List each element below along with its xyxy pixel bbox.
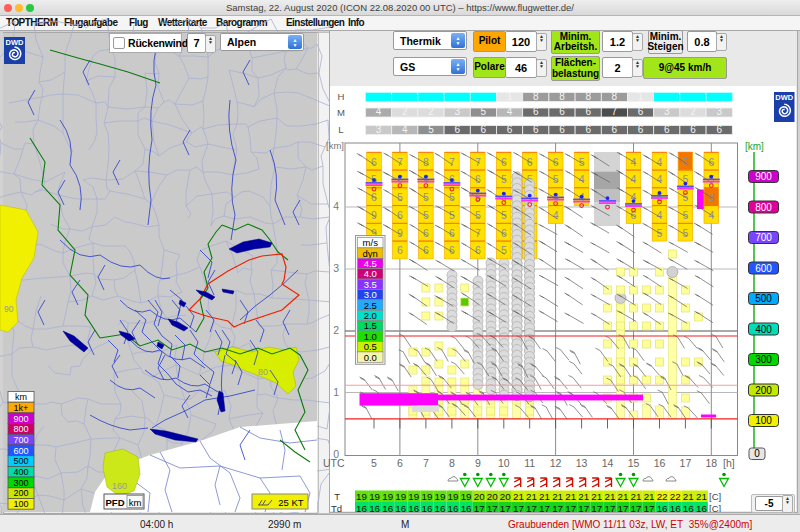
svg-text:21: 21 [552,491,563,502]
svg-text:7: 7 [612,106,618,117]
svg-text:20: 20 [474,491,485,502]
svg-text:6: 6 [423,227,429,239]
svg-text:17: 17 [526,503,537,513]
svg-text:km: km [15,392,27,402]
svg-text:0.0: 0.0 [364,352,377,363]
svg-text:6: 6 [716,124,722,135]
svg-text:16: 16 [461,503,472,513]
svg-text:8: 8 [612,91,618,102]
svg-text:6: 6 [638,106,644,117]
svg-text:500: 500 [755,293,772,304]
svg-text:21: 21 [683,491,694,502]
svg-text:17: 17 [578,503,589,513]
svg-text:6: 6 [423,244,429,256]
svg-text:2: 2 [402,106,408,117]
svg-text:dyn: dyn [363,248,378,259]
svg-text:DWD: DWD [775,93,793,102]
svg-text:PFD: PFD [106,497,125,508]
svg-text:5: 5 [481,106,487,117]
svg-text:[km]: [km] [326,140,344,151]
svg-text:3: 3 [716,106,722,117]
svg-text:6: 6 [585,106,591,117]
svg-text:5: 5 [371,457,377,469]
svg-text:8: 8 [449,457,455,469]
svg-text:21: 21 [696,491,707,502]
svg-text:14: 14 [602,457,614,469]
svg-text:[C]: [C] [709,503,721,513]
svg-text:600: 600 [13,446,28,456]
svg-text:6: 6 [475,173,481,185]
svg-text:1.5: 1.5 [364,320,377,331]
svg-text:5: 5 [501,244,507,256]
svg-text:1: 1 [507,91,513,102]
svg-text:5: 5 [428,124,434,135]
svg-text:6: 6 [449,227,455,239]
svg-text:20: 20 [500,491,511,502]
svg-text:2.0: 2.0 [364,310,377,321]
svg-text:6: 6 [690,124,696,135]
svg-text:16: 16 [696,503,707,513]
svg-text:Td: Td [331,503,342,513]
svg-text:100: 100 [755,415,772,426]
svg-text:8: 8 [559,91,565,102]
svg-text:5: 5 [657,227,663,239]
svg-text:T: T [334,491,340,502]
svg-text:13: 13 [576,457,588,469]
svg-text:19: 19 [356,491,367,502]
svg-text:300: 300 [755,354,772,365]
svg-text:6: 6 [397,457,403,469]
svg-text:17: 17 [680,457,692,469]
svg-text:6: 6 [559,124,565,135]
svg-text:21: 21 [578,491,589,502]
svg-text:1: 1 [333,386,339,398]
svg-text:900: 900 [13,414,28,424]
svg-text:16: 16 [395,503,406,513]
svg-text:7: 7 [449,156,455,168]
svg-text:400: 400 [755,324,772,335]
svg-text:17: 17 [644,503,655,513]
svg-text:4: 4 [553,209,559,221]
svg-text:19: 19 [461,491,472,502]
svg-text:6: 6 [397,209,403,221]
svg-text:5: 5 [579,156,585,168]
svg-text:18: 18 [705,457,717,469]
svg-text:17: 17 [565,503,576,513]
svg-text:12: 12 [550,457,562,469]
svg-text:[C]: [C] [709,491,721,502]
svg-text:21: 21 [539,491,550,502]
svg-text:16: 16 [382,503,393,513]
svg-text:4: 4 [507,106,513,117]
svg-text:22: 22 [670,491,681,502]
svg-text:19: 19 [448,491,459,502]
svg-text:6: 6 [533,106,539,117]
svg-text:700: 700 [755,232,772,243]
svg-text:6: 6 [397,244,403,256]
svg-text:16: 16 [435,503,446,513]
svg-text:4.0: 4.0 [364,268,377,279]
svg-text:160: 160 [112,481,127,491]
svg-text:6: 6 [585,124,591,135]
svg-text:16: 16 [670,503,681,513]
svg-text:17: 17 [631,503,642,513]
svg-text:21: 21 [591,491,602,502]
svg-text:21: 21 [644,491,655,502]
svg-text:21: 21 [604,491,615,502]
svg-text:10: 10 [498,457,510,469]
svg-text:17: 17 [474,503,485,513]
svg-text:4: 4 [402,124,408,135]
svg-text:9: 9 [475,457,481,469]
svg-text:H: H [338,91,345,102]
svg-text:UTC: UTC [323,457,345,469]
svg-text:3.0: 3.0 [364,289,377,300]
svg-text:L: L [338,124,343,135]
svg-text:[km]: [km] [745,141,764,152]
svg-text:17: 17 [617,503,628,513]
svg-text:16: 16 [408,503,419,513]
svg-text:6: 6 [559,106,565,117]
svg-text:17: 17 [500,503,511,513]
svg-text:1: 1 [638,91,644,102]
svg-text:3.5: 3.5 [364,279,377,290]
svg-text:6: 6 [454,124,460,135]
svg-text:DWD: DWD [6,38,24,47]
svg-text:5: 5 [397,191,403,203]
